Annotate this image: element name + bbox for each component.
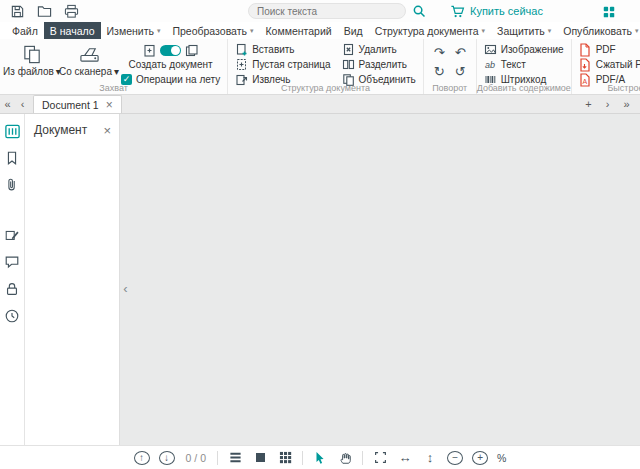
bookmarks-panel-button[interactable] <box>2 148 22 168</box>
chevron-down-icon: ▾ <box>157 27 161 34</box>
ribbon-group-capture: Из файлов▾ Со сканера▾ Создать документ … <box>0 39 228 94</box>
zoom-in-button[interactable]: + <box>472 451 488 465</box>
tab-edit[interactable]: Изменить▾ <box>101 22 167 39</box>
view-continuous-button[interactable] <box>227 450 243 466</box>
tab-close-icon[interactable]: × <box>106 99 113 111</box>
document-canvas[interactable]: ‹ <box>120 114 640 445</box>
apps-menu-button[interactable] <box>600 3 617 20</box>
zoom-percent-label[interactable]: % <box>497 452 506 464</box>
cart-icon <box>450 4 465 19</box>
search-input[interactable] <box>257 6 397 17</box>
open-button[interactable] <box>35 2 53 20</box>
previous-page-button[interactable]: ↑ <box>134 451 150 465</box>
from-scanner-button[interactable]: Со сканера▾ <box>64 42 114 85</box>
new-tab-button[interactable]: + <box>579 95 598 113</box>
plus-icon: + <box>585 98 591 110</box>
convert-compressed-pdf-button[interactable]: Сжатый PDF <box>579 58 640 71</box>
rotate-right-button[interactable]: ↷ <box>431 44 448 61</box>
tab-home[interactable]: В начало <box>44 22 101 39</box>
text-icon: ab <box>484 58 497 71</box>
view-grid-button[interactable] <box>277 450 293 466</box>
page-indicator: 0 / 0 <box>186 452 206 464</box>
next-page-button[interactable]: ↓ <box>159 451 175 465</box>
tab-publish[interactable]: Опубликовать▾ <box>557 22 640 39</box>
grid-view-icon <box>279 451 292 464</box>
rotate-page-counterclockwise-icon: ↺ <box>455 64 466 79</box>
zoom-out-button[interactable]: − <box>447 451 463 465</box>
attachments-panel-button[interactable] <box>2 175 22 195</box>
signatures-panel-button[interactable] <box>2 225 22 245</box>
collapse-panel-button[interactable]: ‹ <box>120 276 131 300</box>
panel-close-icon[interactable]: × <box>103 124 111 137</box>
comments-panel-button[interactable] <box>2 252 22 272</box>
tabs-scroll-first-button[interactable]: « <box>0 95 15 113</box>
tabs-scroll-left-button[interactable]: ‹ <box>15 95 30 113</box>
hand-tool-button[interactable] <box>337 450 353 466</box>
tab-convert-label: Преобразовать <box>172 25 247 37</box>
add-image-button[interactable]: Изображение <box>484 43 564 56</box>
hand-icon <box>338 451 352 465</box>
document-tab-label: Document 1 <box>42 99 99 111</box>
separator <box>362 451 363 465</box>
rotate-clockwise-icon: ↷ <box>434 45 445 60</box>
ribbon-group-quick-convert: PDF Сжатый PDF A PDF/A W Word X Excel <box>572 39 640 94</box>
search-button[interactable] <box>410 3 428 19</box>
ribbon-tab-bar: Файл В начало Изменить▾ Преобразовать▾ К… <box>0 22 640 39</box>
security-panel-button[interactable] <box>2 279 22 299</box>
arrow-up-icon: ↑ <box>139 453 144 463</box>
tabs-scroll-right-button[interactable]: › <box>598 95 617 113</box>
signature-icon <box>4 227 20 243</box>
clock-icon <box>4 308 20 324</box>
delete-pages-button[interactable]: Удалить <box>342 43 416 56</box>
fullscreen-button[interactable] <box>372 450 388 466</box>
fit-width-button[interactable]: ↔ <box>397 450 413 466</box>
create-document-label: Создать документ <box>129 59 213 70</box>
from-files-button[interactable]: Из файлов▾ <box>7 42 57 85</box>
split-document-icon <box>342 58 355 71</box>
print-button[interactable] <box>62 2 80 20</box>
tab-protect-label: Защитить <box>497 25 545 37</box>
select-tool-button[interactable] <box>312 450 328 466</box>
tab-protect[interactable]: Защитить▾ <box>491 22 557 39</box>
rotate-left-button[interactable]: ↶ <box>452 44 469 61</box>
tab-view[interactable]: Вид <box>338 22 369 39</box>
tab-convert[interactable]: Преобразовать▾ <box>166 22 259 39</box>
chevron-left-icon: ‹ <box>21 98 25 110</box>
tab-document-structure[interactable]: Структура документа▾ <box>369 22 491 39</box>
delete-page-icon <box>342 43 355 56</box>
bookmark-icon <box>4 150 20 166</box>
page-thumbnails-icon <box>4 123 21 140</box>
cursor-icon <box>313 451 327 465</box>
history-panel-button[interactable] <box>2 306 22 326</box>
chevron-down-icon: ▾ <box>482 27 486 34</box>
create-document-toggle[interactable] <box>160 45 181 56</box>
save-icon <box>10 4 25 19</box>
blank-page-button[interactable]: Пустая страница <box>235 58 330 71</box>
tab-file[interactable]: Файл <box>6 22 44 39</box>
double-chevron-right-icon: » <box>623 98 629 110</box>
group-label-rotation: Поворот <box>424 83 476 93</box>
tabs-scroll-last-button[interactable]: » <box>617 95 636 113</box>
tab-edit-label: Изменить <box>107 25 154 37</box>
buy-now-button[interactable]: Купить сейчас <box>450 0 543 22</box>
rotate-page-left-button[interactable]: ↺ <box>452 63 469 80</box>
search-icon <box>412 4 427 19</box>
rotate-page-right-button[interactable]: ↻ <box>431 63 448 80</box>
view-single-page-button[interactable] <box>252 450 268 466</box>
pages-panel-button[interactable] <box>2 121 22 141</box>
add-text-button[interactable]: ab Текст <box>484 58 564 71</box>
chevron-down-icon: ▾ <box>114 66 119 77</box>
insert-pages-button[interactable]: Вставить <box>235 43 330 56</box>
document-tab[interactable]: Document 1 × <box>33 95 122 113</box>
folder-icon <box>37 4 52 19</box>
tab-home-label: В начало <box>50 25 95 37</box>
blank-page-label: Пустая страница <box>252 59 330 70</box>
separator <box>302 451 303 465</box>
split-document-button[interactable]: Разделить <box>342 58 416 71</box>
search-box[interactable] <box>248 3 406 19</box>
convert-pdf-button[interactable]: PDF <box>579 43 640 56</box>
tab-comment[interactable]: Комментарий <box>260 22 338 39</box>
save-button[interactable] <box>8 2 26 20</box>
pdf-editor-window: Купить сейчас Файл В начало Изменить▾ Пр… <box>0 0 640 469</box>
fit-height-button[interactable]: ↕ <box>422 450 438 466</box>
